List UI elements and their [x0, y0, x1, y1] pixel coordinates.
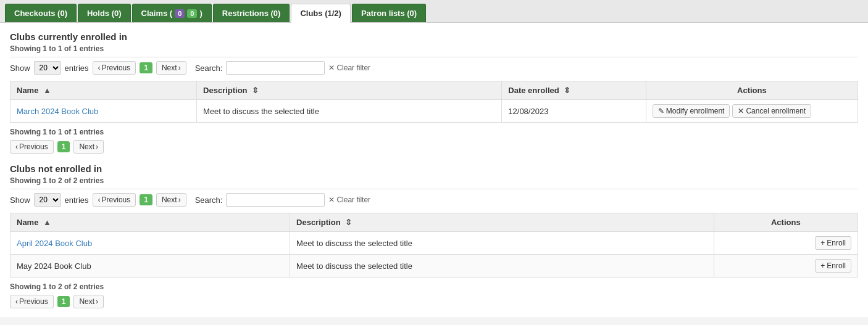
tab-checkouts-label: Checkouts (0) [14, 9, 67, 18]
tab-clubs[interactable]: Clubs (1/2) [291, 4, 350, 23]
enrolled-show-select[interactable]: 20 [34, 61, 61, 75]
tab-restrictions-label: Restrictions (0) [222, 9, 281, 18]
enrolled-show-label: Show [10, 64, 30, 73]
sort-asc-icon2: ▲ [43, 218, 51, 227]
cell-ne-name-2: May 2024 Book Club [10, 255, 290, 278]
cell-name: March 2024 Book Club [10, 100, 197, 123]
tab-claims-label-prefix: Claims ( [141, 9, 173, 18]
tab-clubs-label: Clubs (1/2) [300, 9, 341, 18]
not-enrolled-show-select[interactable]: 20 [34, 193, 61, 207]
times-icon2: ✕ [738, 107, 744, 115]
sort-updown-icon2: ⇕ [564, 86, 570, 95]
col-actions: Actions [646, 81, 858, 100]
not-enrolled-title: Clubs not enrolled in [10, 163, 858, 174]
enrolled-section: Clubs currently enrolled in Showing 1 to… [10, 31, 858, 154]
cell-ne-desc-2: Meet to discuss the selected title [290, 255, 714, 278]
claims-badge-1: 0 [175, 9, 185, 18]
not-enrolled-search-label: Search: [195, 195, 223, 205]
enrolled-bottom-showing: Showing 1 to 1 of 1 entries [10, 128, 858, 136]
col-ne-name[interactable]: Name ▲ [10, 213, 290, 232]
not-enrolled-show-label: Show [10, 195, 30, 205]
not-enrolled-bottom-page: 1 [57, 296, 70, 307]
club-name-link-1[interactable]: April 2024 Book Club [17, 239, 92, 248]
enrolled-controls: Show 20 entries ‹ Previous 1 Next › Sear… [10, 61, 858, 75]
sort-asc-icon: ▲ [43, 86, 51, 95]
divider-enrolled [10, 57, 858, 57]
tab-holds-label: Holds (0) [87, 9, 122, 18]
cell-description: Meet to discuss the selected title [197, 100, 502, 123]
enrolled-search-label: Search: [195, 64, 223, 73]
enrolled-prev-btn[interactable]: ‹ Previous [93, 61, 136, 75]
cell-actions: ✎ Modify enrollment ✕ Cancel enrollment [646, 100, 858, 123]
col-ne-actions: Actions [714, 213, 858, 232]
cell-ne-name-1: April 2024 Book Club [10, 232, 290, 255]
not-enrolled-controls: Show 20 entries ‹ Previous 1 Next › Sear… [10, 193, 858, 207]
enrolled-search-input[interactable] [226, 61, 325, 75]
cell-date: 12/08/2023 [502, 100, 646, 123]
enrolled-table: Name ▲ Description ⇕ Date enrolled ⇕ Act… [10, 81, 858, 123]
enrolled-bottom-next-btn[interactable]: Next › [73, 140, 104, 154]
col-ne-description[interactable]: Description ⇕ [290, 213, 714, 232]
enroll-btn-2[interactable]: + Enroll [815, 259, 851, 273]
modify-enrollment-btn[interactable]: ✎ Modify enrollment [653, 104, 730, 118]
enrolled-bottom-prev-btn[interactable]: ‹ Previous [10, 140, 54, 154]
not-enrolled-page-badge: 1 [140, 194, 152, 205]
chevron-left-icon3: ‹ [98, 195, 101, 204]
tab-holds[interactable]: Holds (0) [78, 4, 131, 22]
enrolled-title: Clubs currently enrolled in [10, 31, 858, 42]
table-row: May 2024 Book Club Meet to discuss the s… [10, 255, 858, 278]
not-enrolled-showing: Showing 1 to 2 of 2 entries [10, 176, 858, 185]
table-row: March 2024 Book Club Meet to discuss the… [10, 100, 858, 123]
table-row: April 2024 Book Club Meet to discuss the… [10, 232, 858, 255]
not-enrolled-clear-filter[interactable]: ✕ Clear filter [328, 195, 370, 204]
col-date-enrolled[interactable]: Date enrolled ⇕ [502, 81, 646, 100]
times-icon3: ✕ [328, 195, 335, 204]
enrolled-showing: Showing 1 to 1 of 1 entries [10, 44, 858, 53]
not-enrolled-bottom-showing: Showing 1 to 2 of 2 entries [10, 282, 858, 291]
tab-claims[interactable]: Claims ( 0 0 ) [132, 4, 212, 22]
chevron-right-icon2: › [96, 142, 98, 151]
col-description[interactable]: Description ⇕ [197, 81, 502, 100]
plus-icon-2: + [820, 261, 825, 270]
plus-icon-1: + [820, 239, 825, 247]
actions-cell: ✎ Modify enrollment ✕ Cancel enrollment [653, 104, 851, 118]
not-enrolled-entries-label: entries [65, 195, 89, 205]
cell-ne-desc-1: Meet to discuss the selected title [290, 232, 714, 255]
chevron-left-icon: ‹ [98, 64, 101, 72]
not-enrolled-search-input[interactable] [226, 193, 325, 207]
not-enrolled-prev-btn[interactable]: ‹ Previous [93, 193, 136, 207]
not-enrolled-next-btn[interactable]: Next › [156, 193, 186, 207]
cell-ne-action-1: + Enroll [714, 232, 858, 255]
tab-claims-label-suffix: ) [199, 9, 202, 18]
sort-updown-icon: ⇕ [252, 86, 259, 95]
not-enrolled-bottom-prev-btn[interactable]: ‹ Previous [10, 295, 54, 308]
not-enrolled-bottom-next-btn[interactable]: Next › [73, 295, 104, 308]
cancel-enrollment-btn[interactable]: ✕ Cancel enrollment [732, 104, 811, 118]
club-name-link[interactable]: March 2024 Book Club [17, 107, 98, 116]
tab-checkouts[interactable]: Checkouts (0) [5, 4, 77, 22]
tabs-bar: Checkouts (0) Holds (0) Claims ( 0 0 ) R… [0, 0, 868, 23]
not-enrolled-table: Name ▲ Description ⇕ Actions April 2024 … [10, 213, 858, 278]
claims-badge-2: 0 [187, 9, 197, 18]
chevron-left-icon2: ‹ [15, 142, 18, 151]
tab-patron-lists[interactable]: Patron lists (0) [352, 4, 426, 22]
enrolled-page-badge: 1 [140, 62, 152, 73]
enrolled-next-btn[interactable]: Next › [156, 61, 186, 75]
enrolled-bottom-page: 1 [57, 141, 70, 152]
chevron-left-icon4: ‹ [15, 297, 18, 306]
enrolled-bottom-nav: ‹ Previous 1 Next › [10, 140, 858, 154]
enroll-btn-1[interactable]: + Enroll [815, 236, 851, 250]
times-icon: ✕ [328, 64, 335, 72]
tab-restrictions[interactable]: Restrictions (0) [213, 4, 290, 22]
tab-patron-lists-label: Patron lists (0) [361, 9, 417, 18]
sort-updown-icon3: ⇕ [345, 218, 352, 227]
pencil-icon: ✎ [658, 107, 664, 115]
main-content: Clubs currently enrolled in Showing 1 to… [0, 23, 868, 317]
chevron-right-icon: › [178, 64, 181, 72]
chevron-right-icon4: › [96, 297, 98, 306]
cell-ne-action-2: + Enroll [714, 255, 858, 278]
col-name[interactable]: Name ▲ [10, 81, 197, 100]
chevron-right-icon3: › [178, 195, 181, 204]
enrolled-entries-label: entries [65, 64, 89, 73]
enrolled-clear-filter[interactable]: ✕ Clear filter [328, 64, 370, 72]
